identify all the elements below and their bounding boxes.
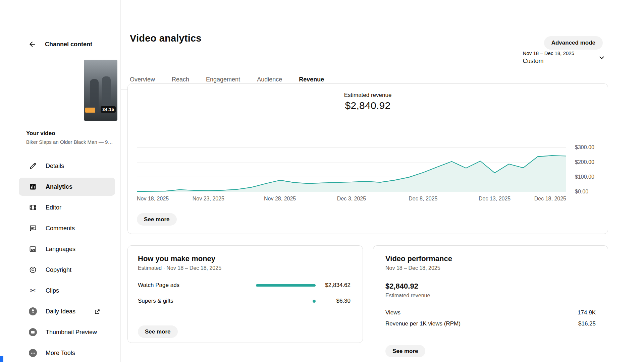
sidebar-item-label: Languages [46, 246, 75, 253]
editor-icon [29, 203, 37, 212]
sidebar-item-analytics[interactable]: Analytics [19, 178, 115, 196]
x-axis-tick-label: Nov 28, 2025 [264, 196, 296, 202]
see-more-label: See more [144, 216, 170, 223]
advanced-mode-button[interactable]: Advanced mode [544, 36, 603, 50]
your-video-label: Your video [26, 130, 55, 137]
sidebar-item-editor[interactable]: Editor [19, 198, 115, 217]
performance-card-title: Video performance [385, 254, 452, 263]
y-axis-labels: $300.00$200.00$100.00$0.00 [566, 136, 606, 194]
y-axis-tick-label: $300.00 [575, 144, 594, 150]
thumbnail-overlay-graphic [85, 108, 95, 113]
see-more-label: See more [145, 328, 171, 335]
y-axis-tick-label: $0.00 [575, 189, 588, 195]
languages-icon [29, 245, 37, 253]
chevron-down-icon[interactable] [598, 54, 606, 62]
performance-stat-label: Revenue per 1K views (RPM) [385, 320, 461, 327]
video-thumbnail[interactable]: 34:15 [84, 60, 117, 121]
sidebar-item-thumbnail-preview[interactable]: Thumbnail Preview [19, 323, 115, 341]
sidebar-nav: Details Analytics Editor Comments Langua [0, 157, 120, 362]
revenue-chart-svg[interactable] [137, 136, 566, 194]
sidebar-item-details[interactable]: Details [19, 157, 115, 175]
video-duration-badge: 34:15 [101, 106, 116, 113]
sidebar: Channel content 34:15 Your video Biker S… [0, 0, 121, 362]
sidebar-item-label: Thumbnail Preview [46, 329, 97, 336]
sidebar-item-comments[interactable]: Comments [19, 219, 115, 237]
revenue-source-bar-track [253, 300, 316, 303]
revenue-source-value: $2,834.62 [316, 282, 351, 289]
revenue-chart[interactable]: $300.00$200.00$100.00$0.00 Nov 18, 2025N… [137, 136, 566, 204]
estimated-revenue-card: Estimated revenue $2,840.92 $300.00$200.… [127, 83, 608, 234]
y-axis-tick-label: $100.00 [575, 174, 594, 180]
chart-see-more-button[interactable]: See more [137, 213, 177, 226]
revenue-source-label: Supers & gifts [138, 298, 173, 304]
video-title: Biker Slaps an Older Black Man — 9 … [26, 139, 114, 145]
sidebar-item-daily-ideas[interactable]: Daily Ideas [19, 302, 115, 320]
copyright-icon [29, 266, 37, 274]
daily-ideas-icon [29, 307, 37, 315]
sidebar-item-label: Editor [46, 204, 61, 211]
sidebar-item-label: Copyright [46, 266, 71, 274]
metric-value: $2,840.92 [128, 100, 608, 111]
more-tools-icon [29, 349, 37, 357]
advanced-mode-label: Advanced mode [551, 40, 595, 46]
arrow-back-icon [28, 40, 36, 48]
revenue-source-bar-track [253, 284, 316, 287]
performance-stat-value: $16.25 [578, 320, 596, 327]
comments-icon [29, 224, 37, 232]
how-you-make-money-card: How you make money Estimated · Nov 18 – … [127, 245, 363, 343]
x-axis-tick-label: Dec 18, 2025 [534, 196, 566, 202]
sidebar-item-label: Analytics [46, 183, 72, 190]
date-range-text: Nov 18 – Dec 18, 2025 [523, 50, 574, 56]
x-axis-labels: Nov 18, 2025Nov 23, 2025Nov 28, 2025Dec … [137, 196, 566, 203]
x-axis-tick-label: Dec 13, 2025 [479, 196, 511, 202]
revenue-source-bar [313, 300, 316, 303]
sidebar-item-label: Details [46, 163, 64, 170]
performance-metric-value: $2,840.92 [385, 282, 418, 291]
x-axis-tick-label: Nov 18, 2025 [137, 196, 169, 202]
performance-see-more-button[interactable]: See more [385, 345, 425, 357]
performance-stat-value: 174.9K [578, 309, 596, 316]
revenue-source-row[interactable]: Supers & gifts $6.30 [138, 298, 351, 304]
revenue-source-label: Watch Page ads [138, 282, 179, 289]
analytics-icon [29, 183, 37, 191]
main-content: Video analytics Advanced mode Nov 18 – D… [121, 0, 644, 362]
performance-card-subtitle: Nov 18 – Dec 18, 2025 [385, 265, 440, 271]
scissors-icon: ✂ [29, 287, 37, 295]
sidebar-item-label: Clips [46, 287, 59, 294]
video-performance-card: Video performance Nov 18 – Dec 18, 2025 … [373, 245, 608, 362]
sidebar-item-label: More Tools [46, 350, 75, 357]
money-card-title: How you make money [138, 254, 215, 263]
date-range-mode: Custom [523, 58, 574, 65]
see-more-label: See more [392, 348, 418, 355]
revenue-source-bar [256, 284, 316, 287]
performance-stat-label: Views [385, 309, 400, 316]
x-axis-tick-label: Nov 23, 2025 [193, 196, 224, 202]
thumbnail-preview-icon [29, 328, 37, 336]
money-see-more-button[interactable]: See more [138, 325, 178, 338]
x-axis-tick-label: Dec 8, 2025 [409, 196, 437, 202]
revenue-source-row[interactable]: Watch Page ads $2,834.62 [138, 282, 351, 289]
metric-label: Estimated revenue [128, 92, 608, 99]
sidebar-item-clips[interactable]: ✂ Clips [19, 282, 115, 300]
performance-stat-row[interactable]: Revenue per 1K views (RPM) $16.25 [385, 320, 596, 327]
sidebar-item-copyright[interactable]: Copyright [19, 261, 115, 279]
thumbnail-figure [90, 79, 99, 111]
revenue-source-value: $6.30 [316, 298, 351, 304]
performance-metric-label: Estimated revenue [385, 293, 430, 299]
x-axis-tick-label: Dec 3, 2025 [337, 196, 366, 202]
y-axis-tick-label: $200.00 [575, 159, 594, 165]
sidebar-item-languages[interactable]: Languages [19, 240, 115, 258]
page-title: Video analytics [130, 33, 202, 44]
money-card-subtitle: Estimated · Nov 18 – Dec 18, 2025 [138, 265, 221, 271]
back-to-channel-content[interactable]: Channel content [28, 40, 92, 48]
viewport-corner-artifact [0, 356, 3, 362]
performance-stat-row[interactable]: Views 174.9K [385, 309, 596, 316]
sidebar-item-more-tools[interactable]: More Tools [19, 344, 115, 362]
pencil-icon [29, 162, 37, 170]
sidebar-item-label: Daily Ideas [46, 308, 75, 315]
date-range-selector[interactable]: Nov 18 – Dec 18, 2025 Custom [523, 50, 606, 65]
external-link-icon [94, 308, 101, 315]
back-label: Channel content [45, 41, 92, 48]
sidebar-item-label: Comments [46, 225, 75, 232]
